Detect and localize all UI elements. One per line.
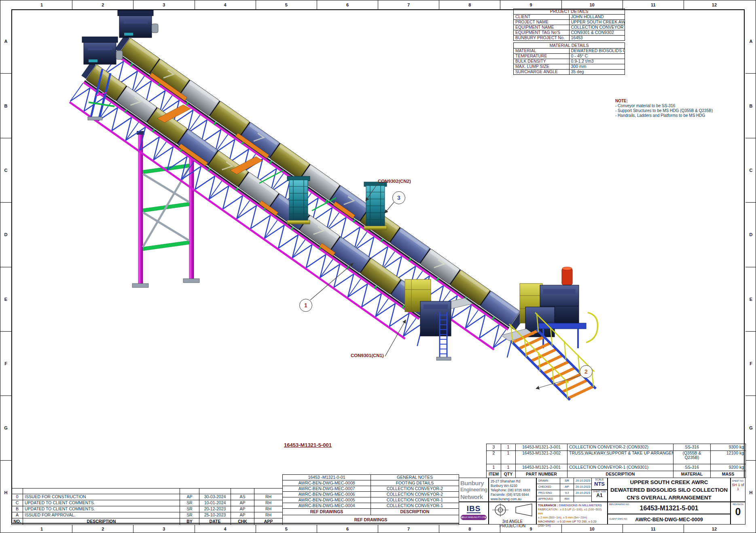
ref-row: AWRC-BEN-DWG-MEC-0008FOOTING DETAILS	[283, 480, 459, 486]
bom-cell-mass: 9300 kg	[711, 444, 746, 451]
bom-cell-item: 3	[487, 444, 501, 451]
note-block: NOTE: - Conveyor material to be SS-316 -…	[615, 99, 749, 118]
ref-desc: COLLECTION CONVEYOR-1	[371, 503, 459, 509]
pd-label: BUNBURY PROJECT No.	[514, 36, 570, 41]
approval-row: DRAWNSR20-10-2023	[537, 478, 592, 484]
ref-desc: FOOTING DETAILS	[371, 480, 459, 486]
pd-label: EQUIPMENT TAG No'S	[514, 30, 570, 36]
balloon-2-number: 2	[584, 368, 588, 375]
bom-cell-qty: 1	[501, 451, 516, 464]
bom-cell-part: 16453-M1321-2-002	[516, 451, 568, 464]
ref-footer-row: REF DRAWINGS	[283, 515, 459, 525]
approval-init: SR	[560, 478, 574, 484]
callout-con9302: CON9302(CN2)	[378, 179, 411, 184]
approval-init: VJ	[560, 490, 574, 496]
approval-init: RH	[560, 496, 574, 502]
bom-cell-qty: 1	[501, 444, 516, 451]
rev-by: AP	[180, 494, 199, 500]
note-line: - Conveyor material to be SS-316	[615, 104, 749, 108]
rev-chk: AP	[231, 500, 254, 506]
take-up-tower-2	[364, 182, 387, 230]
bom-cell-material: SS-316	[673, 444, 711, 451]
md-value: 0 - 45° C	[569, 54, 625, 59]
ref-row: AWRC-BEN-DWG-MEC-0004COLLECTION CONVEYOR…	[283, 503, 459, 509]
pd-label: PROJECT NAME	[514, 20, 570, 25]
rev-header-date: DATE	[199, 518, 231, 525]
rev-header-chk: CHK	[231, 518, 254, 525]
rev-header-desc: DESCRIPTION	[23, 518, 180, 525]
md-label: MAX. LUMP SIZE	[514, 64, 570, 70]
bom-cell-mass: 9200 kg	[711, 464, 746, 471]
bom-row: 3 1 16453-M1321-3-001 COLLECTION CONVEYO…	[487, 444, 746, 451]
rev-app: RH	[254, 506, 283, 512]
revision-row: A ISSUED FOR APPROVAL. SR 25-10-2023 AP …	[12, 512, 283, 518]
revision-header-row: NO. DESCRIPTION BY DATE CHK APP	[12, 518, 283, 525]
rev-chk: AP	[231, 506, 254, 512]
approval-role: APPROVED	[537, 496, 560, 502]
rev-header-by: BY	[180, 518, 199, 525]
rev-desc: ISSUED FOR APPROVAL.	[23, 512, 180, 518]
approval-date: 20-10-2023	[574, 490, 592, 496]
bom-cell-desc: COLLECTION CONVEYOR-1 (CON9301)	[568, 464, 673, 471]
rev-chk: AP	[231, 512, 254, 518]
approval-init: AP	[560, 484, 574, 490]
revision-row: C UPDATED TO CLIENT COMMENTS. SR 10-01-2…	[12, 500, 283, 506]
bom-cell-desc: COLLECTION CONVEYOR-2 (CON9302)	[568, 444, 673, 451]
balloon-3-number: 3	[397, 195, 400, 201]
rev-desc: ISSUED FOR CONSTRUCTION	[23, 494, 180, 500]
head-drive-cn1	[82, 37, 123, 64]
ref-header-row: REF DRAWINGSDESCRIPTION	[283, 509, 459, 515]
revision-row: B UPDATED TO CLIENT COMMENTS. SR 20-12-2…	[12, 506, 283, 512]
rev-desc: UPDATED TO CLIENT COMMENTS.	[23, 506, 180, 512]
bom-row: 2 1 16453-M1321-2-002 TRUSS,WALKWAY,SUPP…	[487, 451, 746, 464]
ref-header-number: REF DRAWINGS	[283, 509, 371, 515]
bom-cell-qty: 1	[501, 464, 516, 471]
approval-date: 20-10-2023	[574, 478, 592, 484]
project-details-table: PROJECT DETAILS CLIENTJOHN HOLLAND PROJE…	[513, 8, 625, 41]
project-details-title: PROJECT DETAILS	[514, 9, 625, 15]
pd-value: UPPER SOUTH CREEK AWRC	[569, 20, 625, 25]
ref-row: AWRC-BEN-DWG-MEC-0007COLLECTION CONVEYOR…	[283, 486, 459, 492]
ref-desc: COLLECTION CONVEYOR-2	[371, 492, 459, 497]
pd-label: EQUIPMENT NAME	[514, 25, 570, 30]
ref-desc: GENERAL NOTES	[371, 475, 459, 480]
md-label: SURCHARGE ANGLE	[514, 70, 570, 75]
approval-role: DRAWN	[537, 478, 560, 484]
md-value: DEWATERED BIOSOLIDS CAKE	[569, 49, 625, 54]
bom-header-row: ITEM QTY PART NUMBER DESCRIPTION MATERIA…	[487, 471, 746, 478]
ref-footer: REF DRAWINGS	[283, 515, 459, 525]
bom-header-item: ITEM	[487, 471, 501, 478]
view-title: 16453-M1321-5-001	[259, 442, 356, 448]
balloon-1-number: 1	[304, 302, 307, 309]
approvals-table: DRAWNSR20-10-2023 CHECKEDAP20-10-2023 PR…	[536, 478, 591, 502]
note-heading: NOTE:	[615, 99, 749, 104]
ref-desc: COLLECTION CONVEYOR-1	[371, 497, 459, 503]
rev-no: A	[12, 512, 23, 518]
rev-chk: AS	[231, 494, 254, 500]
take-up-tower-1	[287, 176, 310, 224]
pd-value: 16453	[569, 36, 625, 41]
revision-empty-row	[12, 489, 283, 494]
md-label: TEMPERATURE	[514, 54, 570, 59]
pd-value: JOHN HOLLAND	[569, 15, 625, 20]
note-line: - Handrails, Ladders and Platforms to be…	[615, 113, 749, 118]
md-label: BULK DENSITY	[514, 59, 570, 64]
pd-value: CON9301 & CON9302	[569, 30, 625, 36]
rev-no: 0	[12, 494, 23, 500]
drawing-sheet: 123456789101112 123456789101112 ABCDEFGH…	[0, 0, 756, 533]
bom-row: 1 1 16453-M1321-2-001 COLLECTION CONVEYO…	[487, 464, 746, 471]
rev-date: 20-12-2023	[199, 506, 231, 512]
md-value: 35 deg	[569, 70, 625, 75]
head-drive-cn2	[118, 10, 158, 38]
bom-header-qty: QTY	[501, 471, 516, 478]
rev-date: 25-10-2023	[199, 512, 231, 518]
revision-table: 0 ISSUED FOR CONSTRUCTION AP 30-03-2024 …	[11, 488, 282, 525]
rev-header-no: NO.	[12, 518, 23, 525]
material-details-title: MATERIAL DETAILS	[514, 43, 625, 49]
pd-label: CLIENT	[514, 15, 570, 20]
rev-app: RH	[254, 494, 283, 500]
approval-role: CHECKED	[537, 484, 560, 490]
bom-cell-item: 1	[487, 464, 501, 471]
rev-app: RH	[254, 500, 283, 506]
bom-cell-material: (Q355B & Q235B)	[673, 451, 711, 464]
